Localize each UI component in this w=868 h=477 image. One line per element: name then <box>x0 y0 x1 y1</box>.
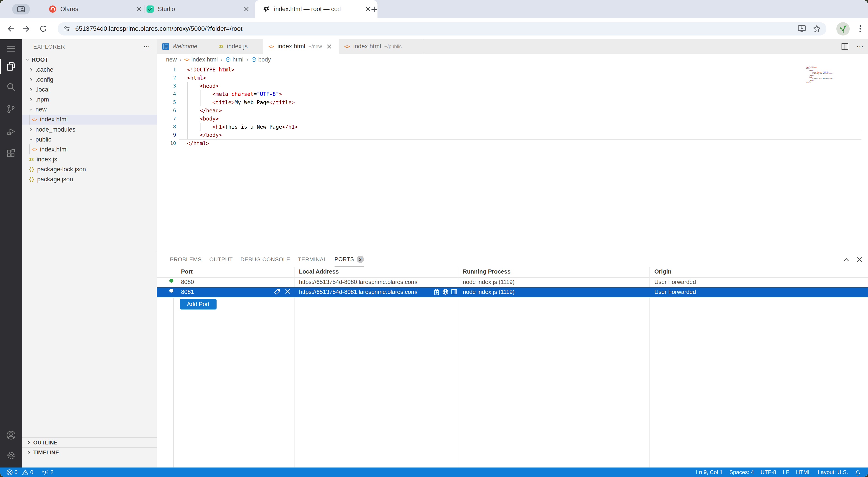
sidebar-section-timeline[interactable]: TIMELINE <box>22 447 157 457</box>
line-number: 4 <box>157 91 176 97</box>
code-line-9[interactable]: 9 </body> <box>157 131 868 139</box>
new-tab-button[interactable] <box>370 5 379 14</box>
notifications-bell[interactable] <box>855 469 861 476</box>
tree-item-public[interactable]: public <box>22 135 157 145</box>
editor-more-actions-icon[interactable]: ⋯ <box>857 42 864 51</box>
tree-item-new[interactable]: new <box>22 105 157 115</box>
editor-tab-indexhtml-new[interactable]: <> index.html ~/new <box>263 39 350 54</box>
code-line-1[interactable]: 1<!DOCTYPE html> <box>157 65 868 73</box>
panel-tab-problems[interactable]: PROBLEMS <box>170 252 202 267</box>
activity-source-control[interactable] <box>0 100 22 118</box>
tree-item--config[interactable]: .config <box>22 75 157 85</box>
address-cell[interactable]: https://6513754d-8080.laresprime.olares.… <box>299 279 417 285</box>
profile-avatar[interactable] <box>836 22 850 35</box>
code-line-7[interactable]: 7 <body> <box>157 114 868 122</box>
panel-tab-debug-console[interactable]: DEBUG CONSOLE <box>241 252 290 267</box>
eol[interactable]: LF <box>783 469 789 475</box>
panel-tab-terminal[interactable]: TERMINAL <box>298 252 327 267</box>
encoding[interactable]: UTF-8 <box>761 469 776 475</box>
open-in-browser-icon[interactable] <box>442 289 448 295</box>
menu-button[interactable] <box>0 39 22 58</box>
browser-menu-button[interactable] <box>855 23 866 34</box>
activity-explorer[interactable] <box>0 57 22 76</box>
panel-close-icon[interactable] <box>857 257 862 262</box>
gear-icon <box>6 451 16 460</box>
site-settings-icon[interactable] <box>63 25 70 32</box>
browser-tab-studio[interactable]: Studio <box>146 0 250 18</box>
panel-tab-ports[interactable]: PORTS2 <box>335 252 364 267</box>
breadcrumb-item[interactable]: body <box>258 56 271 63</box>
indentation[interactable]: Spaces: 4 <box>729 469 754 475</box>
editor-group: Welcome JS index.js <> index.html ~/new … <box>157 39 868 468</box>
activity-bar <box>0 39 22 468</box>
code-editor[interactable]: 1<!DOCTYPE html>2<html>3 <head>4 <meta c… <box>157 65 868 252</box>
sidebar-section-outline[interactable]: OUTLINE <box>22 437 157 448</box>
port-row-8081[interactable]: 8081 https://6513754d-8081.laresprime.ol… <box>157 287 868 297</box>
code-line-6[interactable]: 6 </head> <box>157 106 868 114</box>
tree-item-label: public <box>35 136 51 143</box>
port-label-tag-icon[interactable] <box>274 289 280 295</box>
account-button[interactable] <box>0 426 22 444</box>
address-cell[interactable]: https://6513754d-8081.laresprime.olares.… <box>299 289 417 295</box>
html-file-icon: <> <box>184 57 190 62</box>
preview-in-editor-icon[interactable] <box>451 289 457 295</box>
tree-item--cache[interactable]: .cache <box>22 65 157 75</box>
browser-tab-active[interactable]: index.html — root — code-ser <box>255 0 378 18</box>
keyboard-layout[interactable]: Layout: U.S. <box>817 469 848 475</box>
explorer-more-actions[interactable]: ⋯ <box>143 43 150 51</box>
code-line-5[interactable]: 5 <title>My Web Page</title> <box>157 98 868 106</box>
tree-item-index-html[interactable]: <>index.html <box>22 145 157 154</box>
forwarded-ports-status[interactable]: 2 <box>42 469 53 476</box>
code-line-2[interactable]: 2<html> <box>157 73 868 82</box>
activity-extensions[interactable] <box>0 144 22 163</box>
activity-run-debug[interactable] <box>0 122 22 141</box>
problems-status[interactable]: 0 0 <box>6 469 33 475</box>
tab-label: index.js <box>227 43 248 50</box>
code-line-3[interactable]: 3 <head> <box>157 82 868 90</box>
code-line-10[interactable]: 10</html> <box>157 139 868 147</box>
activity-search[interactable] <box>0 78 22 96</box>
reload-button[interactable] <box>38 23 49 34</box>
tab-close-icon[interactable] <box>243 5 250 13</box>
code-line-4[interactable]: 4 <meta charset="UTF-8"> <box>157 90 868 98</box>
address-bar[interactable]: 6513754d0.laresprime.olares.com/proxy/50… <box>58 22 827 35</box>
tab-sidebar-toggle[interactable] <box>12 4 30 14</box>
html-file-icon: <> <box>32 117 37 122</box>
breadcrumb-item[interactable]: html <box>232 56 244 63</box>
chevron-down-icon <box>28 137 34 142</box>
minimap[interactable]: <!DOCTYPE html><html> <head> <meta chars… <box>805 66 844 83</box>
breadcrumb-item[interactable]: index.html <box>191 56 218 63</box>
chevron-down-icon <box>24 57 30 62</box>
tree-item-index-html[interactable]: <>index.html <box>22 115 157 125</box>
tree-item--local[interactable]: .local <box>22 85 157 95</box>
panel-tab-label: OUTPUT <box>209 256 233 263</box>
stop-forward-icon[interactable] <box>285 289 290 294</box>
split-editor-icon[interactable] <box>841 43 848 50</box>
tab-close-icon[interactable] <box>135 5 143 13</box>
cursor-position[interactable]: Ln 9, Col 1 <box>696 469 723 475</box>
panel-tab-output[interactable]: OUTPUT <box>209 252 233 267</box>
port-row-8080[interactable]: 8080 https://6513754d-8080.laresprime.ol… <box>157 277 868 287</box>
tree-item-index-js[interactable]: JSindex.js <box>22 154 157 165</box>
code-line-8[interactable]: 8 <h1>This is a New Page</h1> <box>157 123 868 131</box>
breadcrumb-item[interactable]: new <box>166 56 177 63</box>
bookmark-star-icon[interactable] <box>813 25 821 33</box>
tree-item--npm[interactable]: .npm <box>22 95 157 105</box>
browser-tab-olares[interactable]: Olares <box>49 0 143 18</box>
add-port-button[interactable]: Add Port <box>180 299 217 309</box>
forward-button[interactable] <box>22 23 33 34</box>
copy-address-icon[interactable] <box>434 289 440 295</box>
install-app-icon[interactable] <box>798 25 806 33</box>
editor-tab-indexhtml-public[interactable]: <> index.html ~/public <box>339 39 423 54</box>
tab-close-icon[interactable] <box>327 44 331 49</box>
panel-maximize-icon[interactable] <box>843 258 849 262</box>
tree-item-node-modules[interactable]: node_modules <box>22 125 157 135</box>
column-header: Origin <box>654 268 672 275</box>
language-mode[interactable]: HTML <box>796 469 811 475</box>
tree-item-root[interactable]: ROOT <box>22 55 157 65</box>
origin-cell: User Forwarded <box>654 279 696 285</box>
settings-button[interactable] <box>0 446 22 465</box>
tree-item-package-lock-json[interactable]: {}package-lock.json <box>22 165 157 174</box>
tree-item-package-json[interactable]: {}package.json <box>22 174 157 184</box>
back-button[interactable] <box>4 23 16 34</box>
